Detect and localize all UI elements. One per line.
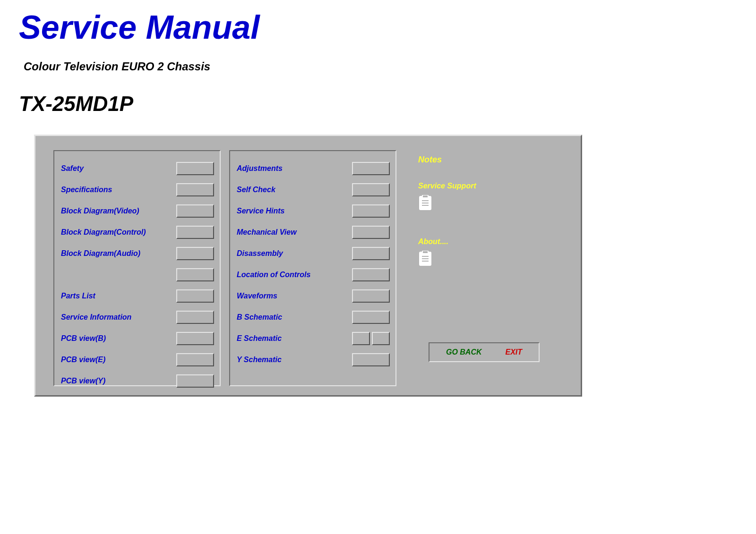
menu-link-b-schematic[interactable]: B Schematic: [237, 313, 282, 322]
menu-link-waveforms[interactable]: Waveforms: [237, 292, 277, 300]
menu-button-block-diagram-video[interactable]: [176, 204, 214, 218]
menu-column-right: Notes Service Support About....: [405, 150, 567, 386]
notes-heading: Notes: [418, 155, 560, 165]
menu-button-block-diagram-audio[interactable]: [176, 247, 214, 260]
menu-link-safety[interactable]: Safety: [61, 164, 84, 173]
menu-button-self-check[interactable]: [352, 183, 390, 196]
menu-button-empty[interactable]: [176, 268, 214, 281]
menu-link-specifications[interactable]: Specifications: [61, 186, 112, 194]
menu-column-middle: Adjustments Self Check Service Hints Mec…: [229, 150, 396, 386]
menu-button-location-of-controls[interactable]: [352, 268, 390, 281]
menu-link-service-hints[interactable]: Service Hints: [237, 207, 284, 215]
menu-link-block-diagram-control[interactable]: Block Diagram(Control): [61, 228, 146, 237]
service-support-label: Service Support: [418, 182, 560, 190]
page-subtitle: Colour Television EURO 2 Chassis: [24, 60, 737, 73]
go-back-button[interactable]: GO BACK: [446, 348, 482, 356]
menu-button-mechanical-view[interactable]: [352, 226, 390, 239]
menu-button-adjustments[interactable]: [352, 162, 390, 175]
page-title: Service Manual: [19, 9, 737, 46]
menu-link-pcb-view-b[interactable]: PCB view(B): [61, 334, 106, 343]
menu-link-disassembly[interactable]: Disassembly: [237, 249, 283, 258]
menu-button-e-schematic-1[interactable]: [352, 332, 370, 345]
menu-link-parts-list[interactable]: Parts List: [61, 292, 95, 300]
menu-button-y-schematic[interactable]: [352, 353, 390, 366]
menu-button-e-schematic-2[interactable]: [372, 332, 390, 345]
menu-link-pcb-view-y[interactable]: PCB view(Y): [61, 377, 105, 385]
menu-link-service-information[interactable]: Service Information: [61, 313, 131, 322]
menu-button-specifications[interactable]: [176, 183, 214, 196]
nav-box: GO BACK EXIT: [429, 342, 540, 362]
clipboard-icon[interactable]: [418, 251, 432, 267]
menu-link-block-diagram-video[interactable]: Block Diagram(Video): [61, 207, 139, 215]
menu-link-location-of-controls[interactable]: Location of Controls: [237, 271, 310, 279]
menu-button-b-schematic[interactable]: [352, 311, 390, 324]
menu-link-pcb-view-e[interactable]: PCB view(E): [61, 356, 105, 364]
exit-button[interactable]: EXIT: [505, 348, 522, 356]
menu-link-e-schematic[interactable]: E Schematic: [237, 334, 282, 343]
menu-button-pcb-view-y[interactable]: [176, 374, 214, 388]
model-number: TX-25MD1P: [19, 92, 737, 116]
menu-button-pcb-view-b[interactable]: [176, 332, 214, 345]
menu-button-parts-list[interactable]: [176, 289, 214, 303]
about-label: About....: [418, 237, 560, 246]
menu-button-service-information[interactable]: [176, 311, 214, 324]
svg-rect-6: [422, 251, 428, 254]
menu-link-self-check[interactable]: Self Check: [237, 186, 275, 194]
clipboard-icon[interactable]: [418, 195, 432, 211]
menu-column-left: Safety Specifications Block Diagram(Vide…: [53, 150, 221, 386]
menu-link-mechanical-view[interactable]: Mechanical View: [237, 228, 297, 237]
svg-rect-1: [422, 195, 428, 198]
menu-button-service-hints[interactable]: [352, 204, 390, 218]
menu-link-y-schematic[interactable]: Y Schematic: [237, 356, 282, 364]
menu-button-block-diagram-control[interactable]: [176, 226, 214, 239]
menu-button-pcb-view-e[interactable]: [176, 353, 214, 366]
menu-link-adjustments[interactable]: Adjustments: [237, 164, 283, 173]
menu-button-disassembly[interactable]: [352, 247, 390, 260]
menu-link-block-diagram-audio[interactable]: Block Diagram(Audio): [61, 249, 140, 258]
menu-button-waveforms[interactable]: [352, 289, 390, 303]
menu-panel: Safety Specifications Block Diagram(Vide…: [34, 135, 582, 397]
menu-button-safety[interactable]: [176, 162, 214, 175]
